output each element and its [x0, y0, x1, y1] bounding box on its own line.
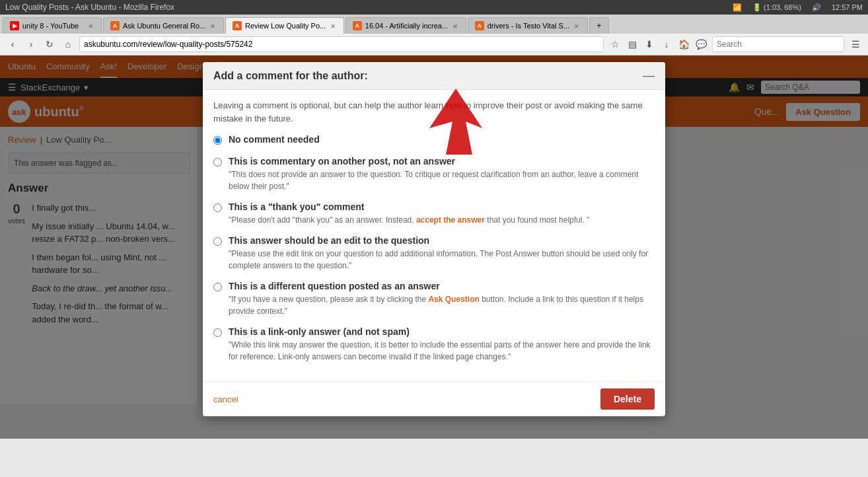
reload-button[interactable]: ↻	[42, 37, 57, 52]
radio-commentary-desc: "This does not provide an answer to the …	[229, 168, 655, 192]
download-button[interactable]: ↓	[659, 37, 674, 52]
askubuntu-favicon-2: A	[233, 21, 242, 30]
radio-option-commentary: This is commentary on another post, not …	[213, 156, 655, 192]
radio-edit[interactable]	[213, 237, 222, 246]
tab-title-drivers: drivers - Is Testo Vital S...	[488, 22, 569, 30]
window-title: Low Quality Posts - Ask Ubuntu - Mozilla…	[5, 3, 174, 12]
accept-answer-link[interactable]: accept the answer	[416, 215, 485, 225]
profile-button[interactable]: 💬	[694, 37, 708, 52]
menu-button[interactable]: ☰	[848, 37, 863, 52]
radio-edit-label[interactable]: This answer should be an edit to the que…	[229, 235, 655, 272]
tab-close-drivers[interactable]: ×	[573, 22, 581, 30]
radio-option-diffquestion: This is a different question posted as a…	[213, 281, 655, 317]
askubuntu-favicon-4: A	[475, 21, 484, 30]
clock: 12:57 PM	[832, 3, 863, 12]
radio-diffquestion-label[interactable]: This is a different question posted as a…	[229, 281, 655, 317]
tab-drivers[interactable]: A drivers - Is Testo Vital S... ×	[468, 17, 588, 34]
radio-diffquestion[interactable]	[213, 283, 222, 291]
home-button[interactable]: ⌂	[61, 37, 75, 52]
new-tab-button[interactable]: +	[589, 17, 609, 34]
cancel-button[interactable]: cancel	[213, 394, 238, 404]
tab-title-youtube: unity 8 - YouTube	[22, 22, 83, 30]
browser-titlebar: Low Quality Posts - Ask Ubuntu - Mozilla…	[0, 0, 868, 15]
battery-info: 🔋 (1:03, 68%)	[752, 3, 801, 12]
add-comment-modal: Add a comment for the author: — Leaving …	[203, 62, 665, 416]
home-nav-button[interactable]: 🏠	[676, 37, 691, 52]
radio-edit-desc: "Please use the edit link on your questi…	[229, 248, 655, 272]
forward-button[interactable]: ›	[24, 37, 38, 52]
wifi-icon: 📶	[733, 3, 742, 12]
volume-icon: 🔊	[812, 3, 821, 12]
plus-icon: +	[597, 21, 601, 30]
radio-option-linkonly: This is a link-only answer (and not spam…	[213, 326, 655, 363]
tab-review-lqp[interactable]: A Review Low Quality Po... ×	[225, 17, 344, 34]
tab-askubuntu-general[interactable]: A Ask Ubuntu General Ro... ×	[103, 17, 224, 34]
askubuntu-favicon-3: A	[353, 21, 362, 30]
tab-close-general[interactable]: ×	[209, 22, 217, 30]
tab-title-artificially: 16.04 - Artificially increa...	[365, 22, 448, 30]
tab-close-artificially[interactable]: ×	[451, 22, 459, 30]
delete-button[interactable]: Delete	[600, 388, 655, 410]
radio-linkonly-label[interactable]: This is a link-only answer (and not spam…	[229, 326, 655, 363]
tab-youtube[interactable]: ▶ unity 8 - YouTube ×	[3, 17, 102, 34]
radio-commentary[interactable]	[213, 158, 222, 166]
browser-tabs-bar: ▶ unity 8 - YouTube × A Ask Ubuntu Gener…	[0, 15, 868, 34]
browser-toolbar: ‹ › ↻ ⌂ ☆ ▤ ⬇ ↓ 🏠 💬 ☰	[0, 34, 868, 55]
modal-overlay: Add a comment for the author: — Leaving …	[0, 55, 868, 439]
toolbar-icons: ☆ ▤ ⬇ ↓ 🏠 💬	[608, 37, 708, 52]
askubuntu-favicon-1: A	[110, 21, 120, 30]
browser-search-input[interactable]	[712, 36, 844, 52]
modal-body: Leaving a comment is optional, but can h…	[203, 90, 665, 381]
radio-no-comment-label[interactable]: No comment needed	[229, 134, 320, 147]
radio-commentary-label[interactable]: This is commentary on another post, not …	[229, 156, 655, 192]
pocket-button[interactable]: ⬇	[642, 37, 657, 52]
radio-thankyou-desc: "Please don't add "thank you" as an answ…	[229, 214, 655, 226]
reader-view-button[interactable]: ▤	[625, 37, 639, 52]
radio-diffquestion-desc: "If you have a new question, please ask …	[229, 293, 655, 317]
modal-intro-text: Leaving a comment is optional, but can h…	[213, 99, 655, 125]
modal-footer: cancel Delete	[203, 381, 665, 416]
tab-title-general: Ask Ubuntu General Ro...	[123, 22, 205, 30]
bookmark-star-button[interactable]: ☆	[608, 37, 622, 52]
radio-thankyou[interactable]	[213, 203, 222, 212]
radio-linkonly-desc: "While this link may answer the question…	[229, 339, 655, 363]
radio-edit-text: This answer should be an edit to the que…	[229, 235, 655, 246]
radio-no-comment[interactable]	[213, 136, 222, 145]
tab-title-review: Review Low Quality Po...	[245, 22, 326, 30]
tab-artificially[interactable]: A 16.04 - Artificially increa... ×	[345, 17, 466, 34]
modal-close-button[interactable]: —	[643, 69, 655, 83]
radio-option-thankyou: This is a "thank you" comment "Please do…	[213, 202, 655, 226]
back-button[interactable]: ‹	[5, 37, 20, 52]
radio-linkonly[interactable]	[213, 328, 222, 337]
youtube-favicon: ▶	[10, 21, 19, 30]
address-bar[interactable]	[79, 36, 604, 52]
modal-title: Add a comment for the author:	[213, 70, 368, 82]
radio-commentary-text: This is commentary on another post, not …	[229, 156, 655, 166]
radio-diffquestion-text: This is a different question posted as a…	[229, 281, 655, 291]
radio-thankyou-text: This is a "thank you" comment	[229, 202, 655, 212]
page-content: Ubuntu Community Ask! Developer Design D…	[0, 55, 868, 439]
radio-linkonly-text: This is a link-only answer (and not spam…	[229, 326, 655, 337]
radio-option-no-comment: No comment needed	[213, 134, 655, 147]
radio-no-comment-text: No comment needed	[229, 134, 320, 145]
modal-header: Add a comment for the author: —	[203, 62, 665, 90]
ask-question-link[interactable]: Ask Question	[428, 295, 479, 304]
tab-close-youtube[interactable]: ×	[87, 22, 94, 30]
radio-option-edit: This answer should be an edit to the que…	[213, 235, 655, 272]
tab-close-review[interactable]: ×	[329, 22, 337, 30]
radio-thankyou-label[interactable]: This is a "thank you" comment "Please do…	[229, 202, 655, 226]
